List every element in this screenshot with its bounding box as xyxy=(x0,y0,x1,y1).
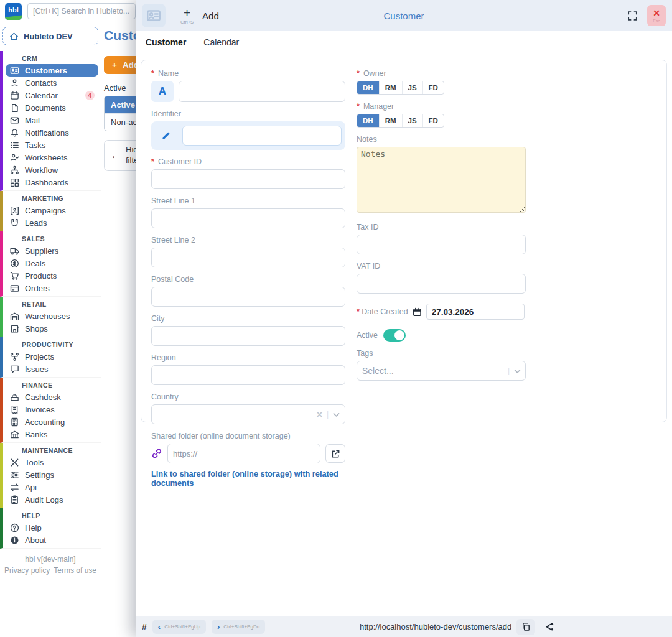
comment-icon xyxy=(9,365,19,374)
clear-icon[interactable]: ✕ xyxy=(316,410,323,419)
save-add-button[interactable]: + Ctrl+S xyxy=(180,7,194,25)
sidebar-item-audit-logs[interactable]: Audit Logs xyxy=(6,493,98,506)
address-card-icon xyxy=(142,4,166,27)
owner-option-js[interactable]: JS xyxy=(402,81,422,94)
link-chain-icon xyxy=(151,448,162,459)
owner-option-rm[interactable]: RM xyxy=(379,81,402,94)
sidebar-item-warehouses[interactable]: Warehouses xyxy=(6,310,98,322)
warehouse-icon xyxy=(9,312,19,321)
modal-header: + Ctrl+S Add Customer ✕ Esc xyxy=(136,0,672,31)
calendar-icon[interactable] xyxy=(413,307,422,317)
sidebar-item-documents[interactable]: Documents xyxy=(6,101,98,114)
chevron-down-icon[interactable] xyxy=(332,411,340,419)
next-record-button[interactable]: › Ctrl+Shift+PgDn xyxy=(212,620,265,634)
sidebar-item-orders[interactable]: Orders xyxy=(6,282,98,294)
manager-option-dh[interactable]: DH xyxy=(357,114,379,127)
fullscreen-icon[interactable] xyxy=(627,11,638,21)
sidebar-item-banks[interactable]: Banks xyxy=(6,428,98,440)
sidebar-section-marketing: MARKETING Campaigns Leads xyxy=(0,191,101,231)
sidebar-item-settings[interactable]: Settings xyxy=(6,468,98,481)
vat-id-label: VAT ID xyxy=(357,262,526,271)
invoice-icon xyxy=(9,405,19,414)
sidebar-item-deals[interactable]: Deals xyxy=(6,257,98,269)
manager-option-rm[interactable]: RM xyxy=(379,114,402,127)
city-input[interactable] xyxy=(151,326,345,346)
region-input[interactable] xyxy=(151,365,345,385)
privacy-policy-link[interactable]: Privacy policy xyxy=(4,566,50,575)
tools-icon xyxy=(9,458,19,467)
sidebar-item-customers[interactable]: Customers xyxy=(6,64,98,77)
date-created-input[interactable] xyxy=(426,304,525,320)
chevron-down-icon[interactable] xyxy=(513,367,521,375)
sidebar-item-help[interactable]: Help xyxy=(6,521,98,534)
sidebar-item-contacts[interactable]: Contacts xyxy=(6,77,98,89)
shared-folder-row xyxy=(151,444,345,463)
sidebar-item-leads[interactable]: Leads xyxy=(6,216,98,229)
tab-calendar[interactable]: Calendar xyxy=(203,37,239,47)
sidebar-section-productivity: PRODUCTIVITY Projects Issues xyxy=(0,337,101,378)
manager-option-js[interactable]: JS xyxy=(402,114,422,127)
postal-code-input[interactable] xyxy=(151,287,345,307)
prev-record-button[interactable]: ‹ Ctrl+Shift+PgUp xyxy=(152,620,206,634)
contacts-icon xyxy=(9,78,19,88)
vat-id-input[interactable] xyxy=(357,274,526,294)
shared-folder-helper-link[interactable]: Link to shared folder (online storage) w… xyxy=(151,469,345,488)
sidebar-item-invoices[interactable]: Invoices xyxy=(6,403,98,416)
worksheets-icon xyxy=(9,153,19,162)
name-input[interactable] xyxy=(179,81,345,102)
sidebar-item-suppliers[interactable]: Suppliers xyxy=(6,244,98,257)
notes-textarea[interactable] xyxy=(357,147,526,213)
owner-option-fd[interactable]: FD xyxy=(422,81,444,94)
sidebar-item-notifications[interactable]: Notifications xyxy=(6,126,98,139)
shared-folder-label: Shared folder (online document storage) xyxy=(151,432,345,440)
letter-a-icon[interactable]: A xyxy=(151,81,174,102)
sidebar-item-calendar[interactable]: Calendar4 xyxy=(6,89,98,101)
sidebar-item-products[interactable]: Products xyxy=(6,269,98,282)
sidebar-item-campaigns[interactable]: Campaigns xyxy=(6,204,98,216)
sidebar-item-accounting[interactable]: Accounting xyxy=(6,416,98,428)
active-toggle[interactable] xyxy=(383,329,406,342)
sidebar-item-shops[interactable]: Shops xyxy=(6,322,98,335)
identifier-input[interactable] xyxy=(182,126,342,146)
tab-customer[interactable]: Customer xyxy=(146,37,186,47)
sidebar-item-issues[interactable]: Issues xyxy=(6,363,98,375)
shared-folder-input[interactable] xyxy=(167,444,320,463)
pencil-icon[interactable] xyxy=(155,125,177,146)
sidebar-item-projects[interactable]: Projects xyxy=(6,350,98,363)
workspace-button[interactable]: Hubleto DEV xyxy=(2,27,98,45)
sidebar-item-about[interactable]: About xyxy=(6,534,98,546)
sidebar-item-mail[interactable]: Mail xyxy=(6,114,98,126)
sidebar-item-worksheets[interactable]: Worksheets xyxy=(6,151,98,164)
projects-icon xyxy=(9,352,19,361)
country-select[interactable]: ✕ | xyxy=(151,404,345,424)
external-link-icon[interactable] xyxy=(325,444,345,463)
street2-input[interactable] xyxy=(151,248,345,267)
modal-title: Customer xyxy=(383,11,424,21)
close-button[interactable]: ✕ Esc xyxy=(647,5,666,26)
sliders-icon xyxy=(9,470,19,480)
modal-tabs: Customer Calendar xyxy=(136,31,672,53)
postal-code-label: Postal Code xyxy=(151,275,345,284)
app-logo[interactable]: hbl xyxy=(5,3,22,20)
tax-id-input[interactable] xyxy=(357,235,526,254)
notes-label: Notes xyxy=(357,135,526,144)
owner-option-dh[interactable]: DH xyxy=(357,81,379,94)
terms-of-use-link[interactable]: Terms of use xyxy=(54,566,96,575)
sidebar-item-dashboards[interactable]: Dashboards xyxy=(6,176,98,188)
sidebar-item-cashdesk[interactable]: Cashdesk xyxy=(6,391,98,403)
sidebar-item-api[interactable]: Api xyxy=(6,481,98,493)
tax-id-label: Tax ID xyxy=(357,223,526,231)
street1-input[interactable] xyxy=(151,208,345,228)
sidebar-item-workflow[interactable]: Workflow xyxy=(6,164,98,176)
copy-icon[interactable] xyxy=(516,619,535,635)
sidebar-item-tools[interactable]: Tools xyxy=(6,456,98,468)
sidebar-item-tasks[interactable]: Tasks xyxy=(6,139,98,151)
search-input[interactable] xyxy=(27,3,136,19)
tags-select[interactable]: Select... | xyxy=(357,361,526,381)
form-column-left: Name A Identifier Customer ID Street Lin… xyxy=(151,62,345,411)
share-icon[interactable] xyxy=(540,619,559,635)
tags-label: Tags xyxy=(357,349,526,358)
tags-placeholder: Select... xyxy=(362,366,394,376)
customer-id-input[interactable] xyxy=(151,169,345,189)
manager-option-fd[interactable]: FD xyxy=(422,114,444,127)
